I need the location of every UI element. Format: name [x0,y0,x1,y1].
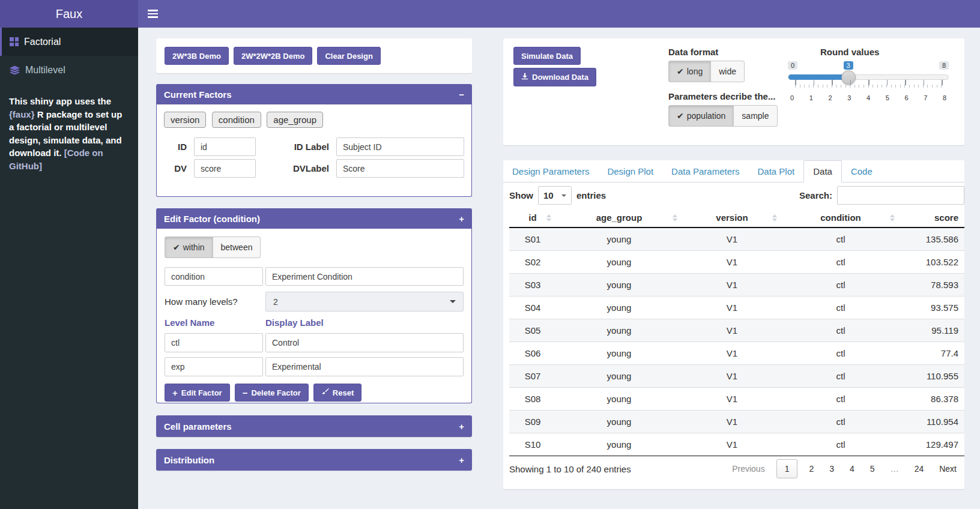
tab-code[interactable]: Code [842,161,882,182]
factor-chip-age-group[interactable]: age_group [267,112,323,128]
pagination-previous[interactable]: Previous [724,460,772,478]
button-label: Reset [333,388,354,397]
column-header-version[interactable]: version [682,208,782,227]
params-population-toggle[interactable]: ✔ population [668,105,734,127]
levels-count-select[interactable]: 2 [265,292,464,312]
id-label-input[interactable]: Subject ID [336,137,464,156]
cell-version: V1 [682,227,782,251]
params-sample-toggle[interactable]: sample [733,105,777,127]
cell-age-group: young [556,388,682,411]
toggle-label: long [687,67,703,76]
cell-id: S10 [509,433,556,456]
level-name-input[interactable]: exp [165,357,263,376]
level-label-input[interactable]: Experimental [265,357,464,376]
collapse-minus-icon[interactable]: − [459,89,464,100]
data-format-wide-toggle[interactable]: wide [710,61,745,82]
entries-label: entries [576,190,606,200]
display-label-column-header: Display Label [265,318,324,328]
sidebar-item-label: Factorial [24,37,61,47]
toggle-label: between [221,242,253,252]
edit-factor-header: Edit Factor (condition) + [156,208,472,229]
parameters-describe-label: Parameters decribe the... [668,91,775,101]
table-row: S03youngV1ctl78.593 [509,274,964,297]
plus-icon: + [172,388,178,398]
pagination-page-3[interactable]: 3 [821,460,842,478]
collapse-plus-icon[interactable]: + [459,214,464,224]
pagination-page-24[interactable]: 24 [907,460,932,478]
factor-display-input[interactable]: Experiment Condition [265,267,464,286]
round-values-label: Round values [820,47,879,57]
pagination-page-1[interactable]: 1 [776,459,798,478]
delete-factor-button[interactable]: − Delete Factor [235,384,309,402]
about-text: This shiny app uses the [9,96,111,106]
sidebar-item-factorial[interactable]: Factorial [0,28,138,56]
pagination-page-2[interactable]: 2 [801,460,821,478]
table-header-row: id age_group version condition score [509,208,964,227]
id-label-field-label: ID Label [263,142,329,152]
top-navbar: Faux [0,0,980,28]
pagination-next[interactable]: Next [931,460,964,478]
clear-design-button[interactable]: Clear Design [317,47,380,65]
factor-chip-condition[interactable]: condition [212,112,261,128]
expand-plus-icon[interactable]: + [459,455,464,465]
faux-package-link[interactable]: {faux} [9,109,35,119]
expand-plus-icon[interactable]: + [459,421,464,432]
distribution-panel[interactable]: Distribution + [156,449,472,471]
table-row: S10youngV1ctl129.497 [509,433,964,456]
slider-track[interactable] [788,74,949,80]
tab-data-plot[interactable]: Data Plot [749,161,804,182]
data-format-long-toggle[interactable]: ✔ long [668,61,711,82]
tab-data[interactable]: Data [803,160,842,182]
check-icon: ✔ [677,67,684,76]
tab-data-parameters[interactable]: Data Parameters [662,161,748,182]
levels-question-label: How many levels? [165,297,265,307]
tab-design-plot[interactable]: Design Plot [598,161,662,182]
dv-label-input[interactable]: Score [336,159,464,178]
demo-2w2w2b-button[interactable]: 2W*2W*2B Demo [234,47,312,65]
cell-age-group: young [556,319,682,342]
toggle-label: sample [742,111,769,121]
table-row: S07youngV1ctl110.955 [509,365,964,388]
button-label: Simulate Data [521,52,573,61]
multilevel-layers-icon [10,65,20,75]
factor-chip-version[interactable]: version [164,112,206,128]
factor-type-within-toggle[interactable]: ✔ within [165,236,213,258]
column-header-score[interactable]: score [900,208,964,227]
pagination: Previous 1 2 3 4 5 … 24 Next [724,459,964,478]
level-label-input[interactable]: Control [265,333,464,352]
cell-id: S09 [509,411,556,433]
tab-design-parameters[interactable]: Design Parameters [503,161,598,182]
cell-condition: ctl [782,319,900,342]
pagination-page-4[interactable]: 4 [842,460,862,478]
pagination-page-5[interactable]: 5 [862,460,883,478]
search-input[interactable] [837,186,964,205]
toggle-label: population [687,111,726,121]
dv-field-label: DV [164,163,187,173]
cell-parameters-panel[interactable]: Cell parameters + [156,415,472,437]
sidebar-item-label: Multilevel [25,65,65,76]
level-name-input[interactable]: ctl [165,333,263,352]
column-header-age-group[interactable]: age_group [556,208,682,227]
current-factors-title: Current Factors [164,89,232,100]
cell-condition: ctl [782,433,900,456]
factor-type-between-toggle[interactable]: between [213,236,261,258]
cell-id: S08 [509,388,556,411]
edit-factor-button[interactable]: + Edit Factor [165,384,230,402]
factor-name-input[interactable]: condition [165,267,263,286]
download-data-button[interactable]: Download Data [513,68,596,86]
reset-button[interactable]: Reset [313,384,361,402]
show-entries-label: Show [509,190,533,200]
cell-score: 103.522 [900,251,964,274]
table-row: S01youngV1ctl135.586 [509,227,964,251]
dv-input[interactable]: score [194,159,256,178]
simulate-data-button[interactable]: Simulate Data [513,47,581,65]
minus-icon: − [243,388,248,398]
column-header-id[interactable]: id [509,208,556,227]
id-input[interactable]: id [194,137,256,156]
sidebar-item-multilevel[interactable]: Multilevel [0,56,138,84]
sidebar-toggle-button[interactable] [138,0,167,28]
page-length-select[interactable]: 10 [538,186,572,205]
column-header-condition[interactable]: condition [782,208,900,227]
demo-2w3b-button[interactable]: 2W*3B Demo [165,47,229,65]
cell-version: V1 [682,274,782,297]
